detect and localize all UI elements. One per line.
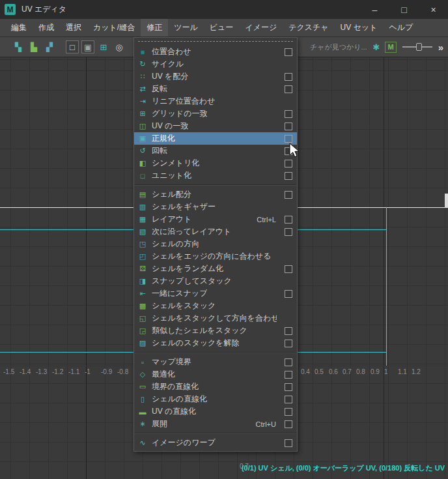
stack-and-orient-icon: ◱: [137, 314, 148, 323]
menu-item-linear-align[interactable]: ⇥リニア位置合わせ: [134, 95, 297, 108]
option-box-straighten-border[interactable]: [285, 383, 292, 391]
uv-statistics-readout: (0/1) UV シェル, (0/0) オーバーラップ UV, (0/180) …: [242, 463, 445, 473]
menu-item-straighten-border[interactable]: ▭境界の直線化: [134, 381, 297, 393]
texture-checker-icon[interactable]: ✱: [373, 42, 380, 52]
menu-item-label: シェルをランダム化: [152, 263, 223, 274]
option-box-symmetrize[interactable]: [285, 160, 292, 167]
menu-item-stack-and-orient[interactable]: ◱シェルをスタックして方向を合わせる: [134, 312, 297, 325]
menu-item-warp-image[interactable]: ∿イメージのワープ: [134, 437, 297, 449]
menu-item-align[interactable]: ≡位置合わせ: [134, 46, 297, 58]
menu-item-map-border[interactable]: ▫マップ境界: [134, 356, 297, 368]
menu-item-stack-shells[interactable]: ▩シェルをスタック: [134, 300, 297, 312]
option-box-straighten-shell[interactable]: [285, 396, 292, 403]
x-axis-label: -1.4: [20, 368, 31, 375]
menu-item-distribute-uvs[interactable]: ∷UV を配分: [134, 70, 297, 83]
image-dim-slider[interactable]: [402, 42, 432, 52]
option-box-randomize-shells[interactable]: [285, 265, 292, 273]
x-axis-label: 0.4: [301, 368, 310, 375]
option-box-straighten-uvs[interactable]: [285, 408, 292, 416]
menu-item-unfold[interactable]: ∗展開Ctrl+U: [134, 418, 297, 430]
menu-item-orient-shells[interactable]: ◳シェルの方向: [134, 238, 297, 250]
menu-item-normalize[interactable]: ▣正規化: [134, 132, 297, 145]
slider-handle[interactable]: [416, 43, 422, 51]
option-box-warp-image[interactable]: [285, 439, 292, 447]
menu-item-gather-shells[interactable]: ▥シェルをギャザー: [134, 201, 297, 213]
menu-item-rotate[interactable]: ↺回転: [134, 145, 297, 157]
shaded-uvs-toggle-icon[interactable]: □: [66, 40, 79, 53]
menu-tearoff-handle[interactable]: [134, 39, 297, 46]
menubar-item-help[interactable]: ヘルプ: [383, 19, 419, 36]
maximize-button[interactable]: □: [389, 0, 419, 19]
texture-borders-toggle-icon[interactable]: ▣: [81, 40, 94, 53]
x-axis-label: 1: [384, 368, 388, 375]
menubar-item-select[interactable]: 選択: [60, 19, 87, 36]
menubar-item-tools[interactable]: ツール: [168, 19, 204, 36]
menu-item-layout-along[interactable]: ▧次に沿ってレイアウト: [134, 225, 297, 238]
menubar-item-image[interactable]: イメージ: [239, 19, 283, 36]
menu-item-optimize[interactable]: ◇最適化: [134, 368, 297, 381]
menu-item-randomize-shells[interactable]: ⚄シェルをランダム化: [134, 263, 297, 275]
option-box-align[interactable]: [285, 48, 292, 56]
menu-separator: [135, 184, 296, 186]
distribute-shells-icon: ▤: [137, 190, 148, 199]
option-box-distribute-uvs[interactable]: [285, 73, 292, 81]
x-axis-label: 0.9: [371, 368, 380, 375]
menu-item-label: UV の一致: [152, 121, 188, 132]
menu-item-snap-and-stack[interactable]: ◨スナップしてスタック: [134, 275, 297, 287]
menu-item-distribute-shells[interactable]: ▤シェル配分: [134, 188, 297, 201]
stack-shells-icon: ▩: [137, 302, 148, 310]
menubar-item-create[interactable]: 作成: [33, 19, 60, 36]
menu-item-match-grid[interactable]: ⊞グリッドの一致: [134, 108, 297, 120]
option-box-unitize[interactable]: [285, 172, 292, 180]
menubar-item-modify[interactable]: 修正: [141, 19, 168, 36]
uv-shells-icon[interactable]: ▙: [27, 40, 40, 53]
unfold-icon: ∗: [137, 420, 148, 428]
option-box-match-grid[interactable]: [285, 110, 292, 118]
snap-and-stack-icon: ◨: [137, 277, 148, 285]
uv-distortion-icon[interactable]: ▞: [43, 40, 56, 53]
menubar-item-uv-set[interactable]: UV セット: [335, 19, 384, 36]
menu-item-symmetrize[interactable]: ◧シンメトリ化: [134, 157, 297, 169]
menubar-item-texture[interactable]: テクスチャ: [283, 19, 334, 36]
menu-item-stack-similar[interactable]: ◲類似したシェルをスタック: [134, 325, 297, 337]
uv-transform-icon[interactable]: ▚: [12, 40, 25, 53]
menubar-item-view[interactable]: ビュー: [204, 19, 240, 36]
option-box-layout[interactable]: [285, 216, 292, 224]
menu-item-straighten-shell[interactable]: ▯シェルの直線化: [134, 393, 297, 405]
option-box-optimize[interactable]: [285, 371, 292, 379]
option-box-distribute-shells[interactable]: [285, 191, 292, 199]
option-box-map-border[interactable]: [285, 358, 292, 366]
menubar-item-cut-sew[interactable]: カット/縫合: [87, 19, 141, 36]
option-box-unfold[interactable]: [285, 420, 292, 428]
option-box-unstack-shells[interactable]: [285, 340, 292, 347]
menubar-item-edit[interactable]: 編集: [5, 19, 33, 36]
pixel-snap-toggle-icon[interactable]: ◎: [113, 40, 126, 53]
toolbar-overflow-icon[interactable]: »: [438, 42, 443, 53]
option-box-snap-together[interactable]: [285, 290, 292, 298]
option-box-match-uvs[interactable]: [285, 123, 292, 130]
menu-item-flip[interactable]: ⇄反転: [134, 83, 297, 95]
grid-major-line-u-neg1: [86, 57, 87, 479]
menu-item-straighten-uvs[interactable]: ▬UV の直線化: [134, 405, 297, 418]
x-axis-label: 0.7: [343, 368, 352, 375]
x-axis-label: -0.8: [117, 368, 128, 375]
option-box-normalize[interactable]: [285, 135, 292, 143]
minimize-button[interactable]: –: [360, 0, 389, 19]
tearoff-dashes: [138, 41, 293, 44]
menu-item-orient-to-edges[interactable]: ◰シェルをエッジの方向に合わせる: [134, 250, 297, 263]
menu-item-snap-together[interactable]: ⇤一緒にスナップ: [134, 287, 297, 300]
close-button[interactable]: ×: [419, 0, 448, 19]
titlebar[interactable]: M UV エディタ – □ ×: [0, 0, 448, 19]
x-axis-label: -1.1: [68, 368, 79, 375]
option-box-stack-similar[interactable]: [285, 327, 292, 335]
menu-item-layout[interactable]: ▦レイアウトCtrl+L: [134, 213, 297, 225]
grid-toggle-icon[interactable]: ⊞: [97, 40, 110, 53]
menu-item-cycle[interactable]: ↻サイクル: [134, 58, 297, 70]
menu-item-unstack-shells[interactable]: ▨シェルのスタックを解除: [134, 337, 297, 349]
option-box-flip[interactable]: [285, 85, 292, 93]
menu-item-match-uvs[interactable]: ◫UV の一致: [134, 120, 297, 132]
option-box-layout-along[interactable]: [285, 228, 292, 236]
menu-item-unitize[interactable]: □ユニット化: [134, 169, 297, 182]
material-m-icon[interactable]: M: [385, 42, 396, 53]
window-edge-handle[interactable]: [445, 194, 448, 208]
